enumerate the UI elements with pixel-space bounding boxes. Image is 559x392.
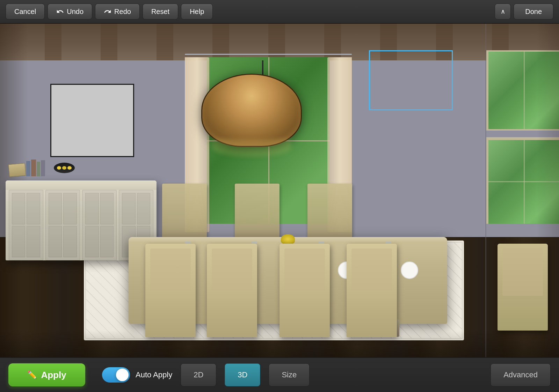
undo-icon: [56, 8, 64, 15]
apply-button[interactable]: ✏️ Apply: [8, 363, 85, 386]
chair-back: [212, 249, 252, 290]
apply-label: Apply: [41, 370, 66, 380]
redo-button[interactable]: Redo: [95, 3, 140, 20]
chair-front-left: [145, 244, 196, 337]
panel: [12, 226, 26, 257]
beam-2: [101, 24, 117, 60]
chair-back: [502, 248, 543, 296]
cancel-label: Cancel: [14, 8, 36, 16]
view-3d-button[interactable]: 3D: [225, 363, 260, 386]
sideboard-door-3: [82, 190, 117, 260]
help-label: Help: [190, 8, 204, 16]
chair-back: [150, 249, 190, 290]
book-2: [31, 160, 36, 176]
done-button[interactable]: Done: [514, 3, 553, 20]
cancel-button[interactable]: Cancel: [6, 3, 45, 20]
chair-back: [351, 249, 392, 290]
chair-front-center-right: [280, 244, 330, 337]
wall-art-frame[interactable]: [50, 84, 134, 157]
sideboard-door-2: [45, 190, 80, 260]
beam-4: [212, 24, 229, 60]
help-button[interactable]: Help: [181, 3, 213, 20]
panel: [27, 193, 40, 224]
auto-apply-label: Auto Apply: [136, 370, 172, 379]
advanced-button[interactable]: Advanced: [491, 363, 551, 386]
panel: [49, 226, 62, 257]
window-top-right: [486, 50, 559, 130]
panel: [49, 193, 62, 224]
undo-button[interactable]: Undo: [48, 3, 92, 20]
selection-rectangle: [369, 50, 453, 110]
panel: [122, 193, 136, 224]
pencil-icon: ✏️: [27, 370, 37, 379]
done-label: Done: [525, 8, 542, 15]
redo-icon: [104, 8, 111, 15]
chair-back: [284, 249, 325, 290]
toggle-thumb: [116, 369, 129, 381]
view-3d-label: 3D: [238, 370, 247, 379]
curtain-rod: [185, 54, 352, 55]
window-bottom-right: [486, 137, 559, 224]
size-button[interactable]: Size: [269, 363, 310, 386]
view-2d-button[interactable]: 2D: [181, 363, 216, 386]
books-decoration: [9, 160, 45, 176]
ceiling: [0, 24, 559, 60]
main-scene[interactable]: [0, 24, 559, 357]
reset-label: Reset: [151, 8, 169, 16]
panel: [85, 226, 99, 257]
reset-button[interactable]: Reset: [143, 3, 178, 20]
beam-3: [157, 24, 173, 60]
chair-far-right: [498, 244, 548, 330]
collapse-button[interactable]: ∧: [495, 3, 511, 20]
book-open: [8, 163, 26, 177]
beam-1: [45, 24, 61, 60]
auto-apply-toggle[interactable]: [102, 367, 130, 383]
collapse-icon: ∧: [501, 8, 505, 15]
book-1: [26, 161, 30, 176]
wall-divider: [485, 24, 486, 357]
top-toolbar: Cancel Undo Redo Reset Help ∧ Done: [0, 0, 559, 24]
auto-apply-container: Auto Apply: [102, 367, 172, 383]
beam-6: [324, 24, 341, 60]
panel: [63, 193, 77, 224]
view-2d-label: 2D: [194, 370, 203, 379]
panel: [137, 193, 151, 224]
book-3: [37, 162, 40, 176]
panel: [12, 193, 26, 224]
panel: [63, 226, 77, 257]
size-label: Size: [282, 370, 297, 379]
room-scene: [0, 24, 559, 357]
toggle-track: [102, 367, 130, 383]
book-4: [41, 160, 45, 176]
bottom-toolbar: ✏️ Apply Auto Apply 2D 3D Size Advanced: [0, 357, 559, 392]
panel: [100, 193, 114, 224]
undo-label: Undo: [67, 8, 84, 16]
panel: [100, 226, 114, 257]
beam-5: [268, 24, 285, 60]
panel: [85, 193, 99, 224]
chair-front-center-left: [207, 244, 257, 337]
panel: [27, 226, 40, 257]
chair-front-right: [347, 244, 397, 337]
chandelier: [201, 74, 302, 147]
redo-label: Redo: [114, 8, 131, 16]
advanced-label: Advanced: [503, 370, 538, 379]
sideboard-door-1: [9, 190, 43, 260]
